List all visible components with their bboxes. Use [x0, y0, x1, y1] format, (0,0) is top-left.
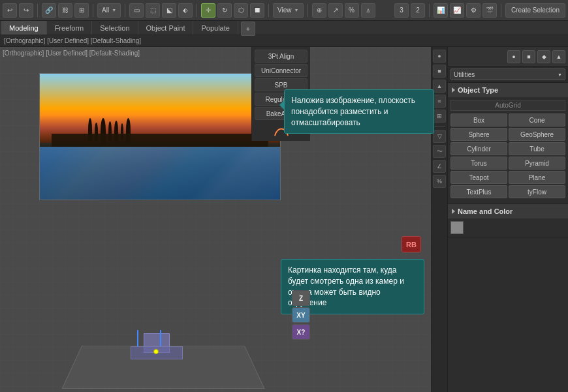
graph2[interactable]: 📈	[450, 3, 464, 18]
obj-btn-box[interactable]: Box	[450, 113, 507, 127]
snap-button[interactable]: ⊕	[312, 3, 326, 18]
tab-selection[interactable]: Selection	[92, 21, 138, 35]
tab-plus-button[interactable]: +	[241, 22, 255, 36]
side-icon-arrow[interactable]: ▲	[433, 80, 446, 93]
utilities-dropdown[interactable]: Utilities	[450, 68, 565, 80]
name-color-content	[448, 219, 568, 237]
panel-icon-2[interactable]: ■	[522, 50, 535, 63]
rb-button[interactable]: RB	[402, 236, 421, 252]
rollout-triangle-1	[452, 87, 455, 93]
view-dropdown[interactable]: View	[273, 3, 303, 18]
side-icon-wave[interactable]: 〜	[433, 145, 446, 158]
scale-button[interactable]: ⬡	[234, 3, 248, 18]
obj-btn-cone[interactable]: Cone	[509, 113, 565, 127]
tab-modeling[interactable]: Modeling	[1, 21, 47, 35]
name-color-header[interactable]: Name and Color	[448, 204, 568, 219]
all-dropdown-label: All	[102, 7, 109, 14]
object-buttons-grid: Box Cone Sphere GeoSphere Cylinder	[450, 113, 565, 198]
obj-btn-geosphere[interactable]: GeoSphere	[509, 128, 565, 141]
obj-btn-textplus[interactable]: TextPlus	[450, 185, 507, 198]
settings-button[interactable]: ⚙	[466, 3, 481, 18]
all-dropdown[interactable]: All	[97, 3, 121, 18]
move-button[interactable]: ✛	[201, 3, 215, 18]
panel-icon-4[interactable]: ▲	[552, 50, 565, 63]
lasso-button[interactable]: ⬕	[162, 3, 176, 18]
obj-btn-cylinder[interactable]: Cylinder	[450, 142, 507, 155]
skin-button[interactable]: 🔲	[250, 3, 264, 18]
tooltip-overlay-image: Наложив изображение, плоскость понадобит…	[284, 89, 434, 134]
spinner-snap-button[interactable]: ⍋	[361, 3, 375, 18]
panel-second-row: Utilities	[448, 67, 568, 83]
side-icon-circle[interactable]: ●	[433, 50, 446, 63]
autogrid-label[interactable]: AutoGrid	[450, 100, 565, 111]
separator-5	[268, 4, 269, 17]
create-selection-label: Create Selection	[511, 7, 560, 14]
side-icon-percent[interactable]: %	[433, 175, 446, 188]
obj-btn-teapot[interactable]: Teapot	[450, 171, 507, 184]
num1[interactable]: 3	[394, 3, 409, 18]
view-dropdown-label: View	[277, 7, 292, 14]
link-button[interactable]: 🔗	[42, 3, 56, 18]
selection-handle-1	[137, 330, 138, 346]
graph1[interactable]: 📊	[434, 3, 448, 18]
create-selection-button[interactable]: Create Selection	[505, 3, 565, 18]
name-color-label: Name and Color	[458, 207, 513, 215]
separator-8	[501, 4, 501, 17]
name-color-rollout: Name and Color	[448, 204, 568, 237]
bind-button[interactable]: ⊞	[74, 3, 89, 18]
separator-4	[197, 4, 197, 17]
region-select-button[interactable]: ⬚	[146, 3, 160, 18]
unlink-button[interactable]: ⛓	[58, 3, 72, 18]
obj-btn-torus[interactable]: Torus	[450, 157, 507, 170]
tab-freeform[interactable]: Freeform	[47, 21, 93, 35]
obj-btn-sphere[interactable]: Sphere	[450, 128, 507, 141]
viewport[interactable]: [Orthographic] [User Defined] [Default-S…	[0, 47, 447, 392]
z-nav-button[interactable]: Z	[292, 290, 310, 306]
object-type-header[interactable]: Object Type	[448, 83, 568, 97]
image-plane	[39, 73, 281, 200]
obj-btn-tube[interactable]: Tube	[509, 142, 565, 155]
rotate-button[interactable]: ↻	[217, 3, 232, 18]
paint-select-button[interactable]: ⬖	[178, 3, 193, 18]
breadcrumb: [Orthographic] [User Defined] [Default-S…	[0, 35, 568, 47]
separator-6	[308, 4, 308, 17]
xy-nav-button[interactable]: XY	[292, 307, 310, 323]
nav-buttons: Z XY X?	[292, 290, 310, 340]
obj-btn-plane[interactable]: Plane	[509, 171, 565, 184]
selection-handle-2	[160, 330, 161, 346]
tab-bar: Modeling Freeform Selection Object Paint…	[0, 21, 568, 35]
tab-populate[interactable]: Populate	[193, 21, 238, 35]
right-panel: ● ■ ◆ ▲ Utilities Object Type AutoGrid B…	[447, 47, 568, 392]
redo-button[interactable]: ↪	[19, 3, 33, 18]
render-button[interactable]: 🎬	[482, 3, 497, 18]
percent-snap-button[interactable]: %	[345, 3, 359, 18]
side-icon-triangle[interactable]: ▽	[433, 130, 446, 143]
num2[interactable]: 2	[411, 3, 425, 18]
undo-button[interactable]: ↩	[3, 3, 17, 18]
side-icon-grid[interactable]: ⊞	[433, 110, 446, 123]
panel-icon-3[interactable]: ◆	[537, 50, 550, 63]
side-separator	[434, 126, 445, 127]
pivot-point	[153, 349, 159, 354]
object-type-label: Object Type	[458, 86, 498, 94]
obj-btn-tyflow[interactable]: tyFlow	[509, 185, 565, 198]
side-icon-square[interactable]: ■	[433, 65, 446, 78]
side-icon-angle[interactable]: ∠	[433, 160, 446, 173]
object-type-rollout: Object Type AutoGrid Box Cone Sphere Geo…	[448, 83, 568, 204]
color-swatch[interactable]	[450, 221, 464, 234]
scene-3d	[65, 268, 261, 385]
spline-item-3pt-align[interactable]: 3Pt Align	[255, 50, 308, 63]
main-toolbar: ↩ ↪ 🔗 ⛓ ⊞ All ▭ ⬚ ⬕ ⬖ ✛ ↻ ⬡ 🔲 View ⊕ ↗ %…	[0, 0, 568, 21]
panel-icon-1[interactable]: ●	[507, 50, 520, 63]
xp-nav-button[interactable]: X?	[292, 324, 310, 340]
side-icon-lines[interactable]: ≡	[433, 95, 446, 108]
obj-btn-pyramid[interactable]: Pyramid	[509, 157, 565, 170]
tab-object-paint[interactable]: Object Paint	[138, 21, 194, 35]
angle-snap-button[interactable]: ↗	[328, 3, 343, 18]
viewport-label: [Orthographic] [User Defined] [Default-S…	[3, 50, 140, 57]
select-button[interactable]: ▭	[129, 3, 144, 18]
spline-item-uniconnector[interactable]: UniConnector	[255, 64, 308, 77]
rollout-triangle-2	[452, 209, 455, 214]
main-area: [Orthographic] [User Defined] [Default-S…	[0, 47, 568, 392]
separator-3	[125, 4, 125, 17]
